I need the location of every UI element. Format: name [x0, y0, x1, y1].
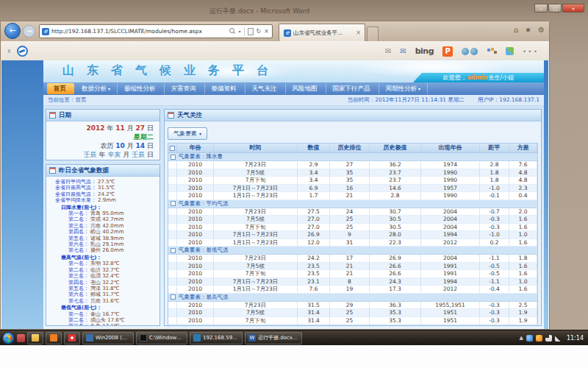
nav-item[interactable]: 风险地图 — [286, 83, 326, 94]
table-row[interactable]: 2010 1月1日～7月23日 12.0 31 22.3 2012 — [168, 239, 537, 247]
tab-close-icon[interactable]: × — [354, 29, 362, 36]
table-row[interactable]: 2010 7月5候 23.5 21 26.6 1991 -0.5 — [168, 263, 537, 271]
rank-row: 第二名：成山头 17.6℃ — [48, 317, 158, 323]
table-body: 气象要素：降水量 2010 — [168, 153, 537, 325]
paw-icon[interactable] — [487, 47, 497, 56]
task-icon — [50, 334, 57, 342]
mail-icon[interactable]: ✉ — [385, 47, 391, 55]
taskbar-task[interactable] — [64, 332, 80, 344]
home-icon[interactable]: ⌂ — [514, 26, 518, 34]
pinned-app-icon[interactable] — [17, 334, 25, 342]
nav-item[interactable]: 天气关注 — [245, 83, 286, 94]
taskbar-task[interactable] — [27, 332, 43, 344]
nav-item[interactable]: 极端性分析 — [118, 83, 165, 94]
search-dropdown-icon[interactable]: ▾ — [239, 29, 241, 34]
group-header-row[interactable]: 气象要素：最低气温 — [168, 247, 537, 255]
start-button[interactable] — [2, 332, 15, 344]
p-app-icon[interactable]: P — [442, 46, 453, 57]
table-row[interactable]: 2010 7月5候 31.4 25 35.3 1951 -0.3 — [168, 309, 537, 317]
yesterday-panel-body: 全省日平均气温：27.5℃ 全省日最高气温：31.5℃ 全省日最低气 — [46, 177, 159, 325]
group-checkbox[interactable] — [171, 201, 176, 206]
system-tray: ▲ 11:14 — [520, 335, 586, 342]
minimize-button[interactable]: — — [534, 4, 548, 13]
header-checkbox[interactable] — [170, 146, 175, 151]
browser-navigation-bar: ← → e http://192.168.137.1/SLCCLIMATE/mo… — [1, 21, 549, 41]
element-filter-button[interactable]: 气象要素▾ — [168, 127, 207, 140]
taskbar-task[interactable]: 运行手册.docx -... — [245, 332, 302, 344]
toolbar-circle-icons[interactable] — [462, 48, 478, 55]
bing-logo[interactable]: bing — [415, 46, 434, 56]
sidebar: 日期 2012 年 11 月 27 日 — [46, 109, 160, 326]
tray-app-icon-2[interactable] — [536, 335, 542, 342]
taskbar-task[interactable] — [46, 332, 62, 344]
stat-row: 全省日最高气温：31.5℃ — [48, 185, 158, 191]
nav-item[interactable]: 数据分析▾ — [75, 83, 118, 94]
taskbar-task[interactable]: 192.168.59.99... — [190, 332, 243, 344]
puzzle-icon[interactable] — [506, 47, 514, 55]
nav-item[interactable]: 首页 — [47, 83, 74, 94]
tray-expand-icon[interactable]: ▲ — [520, 335, 523, 341]
table-row[interactable]: 2010 7月1日～7月23日 26.9 9 28.0 1994 — [168, 231, 537, 239]
table-row[interactable]: 2010 7月23日 27.5 24 30.7 2004 -0. — [168, 208, 537, 216]
favorites-icon[interactable]: ★ — [525, 26, 531, 34]
volume-icon[interactable] — [555, 335, 562, 342]
group-checkbox[interactable] — [171, 155, 176, 160]
table-row[interactable]: 2010 7月1日～7月23日 31.5 9 33.0 1997 — [168, 325, 537, 325]
table-row[interactable]: 2010 7月5候 27.0 25 30.5 2004 -0.3 — [168, 216, 537, 224]
more-options-icon[interactable]: ••• — [523, 48, 539, 55]
group-checkbox[interactable] — [171, 248, 176, 253]
table-row[interactable]: 2010 7月1日～7月23日 6.9 16 14.6 1957 — [168, 185, 537, 193]
table-row[interactable]: 2010 1月1日～7月23日 7.6 19 17.3 2012 — [168, 286, 537, 294]
network-icon[interactable] — [545, 335, 552, 342]
toolbar-app-icon[interactable] — [17, 46, 28, 57]
taskbar-task[interactable]: C:\Windows\s... — [136, 332, 187, 344]
mail-icon-2[interactable]: ✉ — [400, 47, 406, 55]
table-row[interactable]: 2010 7月23日 31.5 29 36.3 1955,1951 — [168, 302, 537, 310]
new-tab-button[interactable] — [367, 26, 379, 41]
page-viewport: 山东省气候业务平台 欢迎您，admin 先生/小姐 首页 数据分析▾ — [1, 60, 548, 329]
table-row[interactable]: 2010 7月23日 2.9 27 36.2 1974 2.8 — [168, 161, 537, 169]
group-checkbox[interactable] — [171, 294, 176, 300]
group-header-row[interactable]: 气象要素：最高气温 — [168, 294, 537, 302]
group-header-row[interactable]: 气象要素：降水量 — [168, 153, 537, 161]
browser-tab[interactable]: e 山东省气候业务平... × — [279, 24, 365, 41]
close-button[interactable]: × — [562, 4, 584, 13]
welcome-banner: 欢迎您，admin 先生/小姐 — [413, 73, 544, 82]
search-icon[interactable] — [229, 28, 236, 35]
table-row[interactable]: 2010 7月5候 3.4 35 23.7 1990 1.8 — [168, 169, 537, 177]
rank-section-title: 最高气温(前七)： — [48, 255, 158, 261]
maximize-button[interactable]: □ — [548, 4, 562, 13]
stop-icon[interactable]: × — [264, 28, 269, 35]
nav-item[interactable]: 周期性分析▾ — [379, 83, 429, 94]
taskbar-task[interactable]: Win2008 (VS2... — [82, 332, 134, 344]
col-value: 数值 — [298, 144, 330, 152]
tray-app-icon[interactable] — [526, 335, 533, 342]
calendar-body: 2012 年 11 月 27 日 星期二 农历 10 月 14 日 — [46, 121, 159, 160]
tab-title[interactable]: 山东省气候业务平... — [293, 29, 354, 37]
back-button[interactable]: ← — [4, 23, 21, 39]
table-row[interactable]: 2010 7月下旬 3.4 35 23.7 1990 1.8 — [168, 177, 537, 185]
table-row[interactable]: 2010 7月下旬 23.5 21 26.6 1991 -0.5 — [168, 270, 537, 278]
table-header-row: 年份 时间 数值 历史排位 历史极值 出现年份 距平 方差 — [168, 144, 537, 153]
col-hist-rank: 历史排位 — [330, 144, 370, 152]
url-text[interactable]: http://192.168.137.1/SLCCLIMATE/modules/… — [51, 28, 226, 35]
nav-item[interactable]: 国家下行产品 — [326, 83, 379, 94]
forward-button[interactable]: → — [23, 25, 35, 38]
main-nav: 首页 数据分析▾ 极端性分析 灾害查询 — [43, 82, 544, 95]
table-row[interactable]: 2010 7月1日～7月23日 23.1 8 24.3 1994 — [168, 278, 537, 286]
taskbar-clock[interactable]: 11:14 — [567, 335, 584, 342]
tools-gear-icon[interactable]: ⚙ — [538, 26, 545, 34]
table-row[interactable]: 2010 7月23日 24.2 17 26.9 2004 -1. — [168, 255, 537, 263]
rank-row: 第一名：青岛 95.0mm — [48, 210, 158, 216]
table-row[interactable]: 2010 7月下旬 27.0 25 30.5 2004 -0.3 — [168, 224, 537, 232]
table-row[interactable]: 2010 7月下旬 31.4 25 35.3 1951 -0.3 — [168, 317, 537, 325]
table-row[interactable]: 2010 1月1日～7月23日 1.7 21 2.8 1990 — [168, 192, 537, 200]
bottom-margin — [0, 345, 588, 368]
toolbar-close-icon[interactable]: x — [7, 48, 11, 54]
refresh-icon[interactable]: ↻ — [257, 28, 262, 35]
address-bar[interactable]: e http://192.168.137.1/SLCCLIMATE/module… — [39, 24, 273, 38]
compatibility-view-icon[interactable] — [248, 28, 254, 35]
nav-item[interactable]: 灾害查询 — [165, 83, 205, 94]
nav-item[interactable]: 整编资料 — [205, 83, 245, 94]
group-header-row[interactable]: 气象要素：平均气温 — [168, 200, 537, 208]
